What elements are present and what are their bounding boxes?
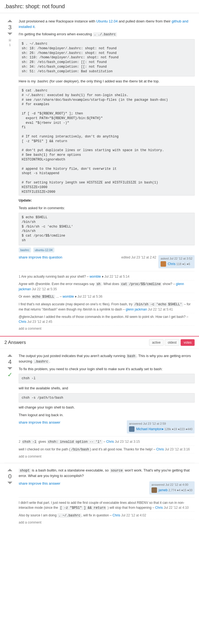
question-vote-count: 3 (8, 24, 12, 30)
answer-1-badges: 128k ●19 ●223 ●440 (164, 427, 192, 431)
question-downvote-button[interactable] (7, 33, 12, 35)
question-upvote-button[interactable] (7, 20, 12, 22)
answer-2-meta: share improve this answer answered Jul 2… (19, 481, 195, 495)
answer-1-user-card: answered Jul 23 '12 at 2:59 Michael Hamp… (127, 420, 195, 433)
answer-2-body: shopt is a bash builtin, not a standalon… (19, 468, 195, 479)
comment-number: 2 (19, 440, 21, 444)
update-label: Update: (19, 198, 195, 203)
answer-2-comments: I didn't write that part. I just need to… (19, 497, 195, 524)
answer-1-code2: chsh -s /path/to/bash (19, 393, 195, 403)
answer-1-avatar (129, 426, 134, 432)
answer-1-row: 4 ✓ The output you just posted indicates… (4, 351, 195, 461)
answer-2-avatar (152, 487, 157, 493)
commenter-chris-a2-2[interactable]: Chris (113, 513, 120, 517)
tests-label: Tests asked for in comments: (19, 205, 195, 211)
answer-2-add-comment[interactable]: add a comment (19, 521, 195, 524)
answer-1-actions: share improve this answer (19, 420, 60, 424)
page-title: .bashrc: shopt: not found (4, 3, 195, 10)
commenter-chris-a2-1[interactable]: Chris (155, 506, 163, 510)
commenter-chris-a1-1[interactable]: Chris (106, 440, 114, 444)
answers-count: 2 Answers (4, 340, 26, 345)
ubuntu-link[interactable]: Ubuntu 12.04 (96, 19, 118, 23)
sort-active[interactable]: active (149, 339, 164, 346)
asker-info: Chris 118 ●1 ●6 (161, 261, 192, 267)
answer-1-share[interactable]: share (19, 420, 28, 424)
answer-2-count: 0 (8, 473, 12, 479)
question-error-output: $ . ~/.bashrc sh: 18: /home/deployer/.ba… (19, 39, 195, 76)
answer-1-upvote[interactable] (7, 354, 12, 357)
answer-1-comment-2: well I checked on root for the path (/bi… (19, 446, 195, 453)
edited-text: edited Jul 23 '12 at 2:42 (121, 255, 156, 259)
answer-1-downvote[interactable] (7, 367, 12, 370)
comment-4: I find that's not always accurate (may d… (19, 301, 195, 313)
question-body: Just provisioned a new Rackspace instanc… (19, 19, 195, 245)
answer-1-improve[interactable]: improve this answer (29, 420, 60, 424)
answer-2-answered-text: answered Jul 22 '12 at 4:00 (152, 483, 192, 486)
question-asker-card: asked Jul 22 '12 at 3:52 Chris 118 ●1 ●6 (158, 255, 195, 268)
answer-2-share[interactable]: share (19, 481, 28, 485)
page-header: .bashrc: shopt: not found (0, 0, 199, 13)
answer-2-row: 0 shopt is a bash builtin, not a standal… (4, 465, 195, 527)
answer-2-content: shopt is a bash builtin, not a standalon… (15, 468, 195, 524)
answer-2-actions: share improve this answer (19, 481, 60, 485)
asker-avatar (161, 261, 166, 267)
question-comments: 1 Are you actually running bash as your … (19, 271, 195, 330)
tag-bashrc[interactable]: bashrc (19, 248, 31, 252)
tag-ubuntu[interactable]: ubuntu-12.04 (33, 248, 54, 252)
asker-name[interactable]: Chris (168, 262, 175, 266)
question-meta: share improve this question edited Jul 2… (19, 255, 195, 268)
answer-1-user-info: Michael Hampton♦ 128k ●19 ●223 ●440 (129, 426, 192, 432)
answer-2-comment-2: Also by source I am doing . ~/.bashrc, w… (19, 512, 195, 519)
bashrc-inline: .bashrc (33, 360, 49, 364)
question-share-link[interactable]: share (19, 255, 28, 259)
question-intro: Just provisioned a new Rackspace instanc… (19, 19, 195, 29)
asked-text: asked Jul 22 '12 at 3:52 (161, 257, 192, 260)
answer-1-comment-1: 2 chsh -l gives chsh: invalid option -- … (19, 438, 195, 446)
asker-badges: 118 ●1 ●6 (176, 262, 190, 266)
question-vote-column: 3 ★ 1 (4, 19, 15, 330)
question-content: Just provisioned a new Rackspace instanc… (15, 19, 195, 330)
answer-2-username[interactable]: jameb (159, 488, 168, 492)
commenter-chris-a1-2[interactable]: Chris (156, 447, 164, 451)
comment-2: Agree with @womble. Even the error messa… (19, 280, 195, 293)
answer-1-body: The output you just posted indicates tha… (19, 353, 195, 418)
question-area: 3 ★ 1 Just provisioned a new Rackspace i… (0, 13, 199, 336)
bash-inline: bash (126, 354, 136, 358)
question-row: 3 ★ 1 Just provisioned a new Rackspace i… (4, 16, 195, 333)
question-favorite-count: 1 (9, 43, 11, 47)
bashrc-scroll-container[interactable]: $ cat .bashrc # ~/.bashrc: executed by b… (19, 86, 195, 196)
answer-2-improve[interactable]: improve this answer (29, 481, 60, 485)
tests-code: $ echo $SHELL /bin/sh $ /bin/sh -c 'echo… (19, 213, 195, 245)
answer-1-add-comment[interactable]: add a comment (19, 455, 195, 458)
answer-2-downvote[interactable] (7, 482, 12, 484)
comment-3: Or even echo $SHELL ... – womble ♦ Jul 2… (19, 293, 195, 301)
answer-2-user-card: answered Jul 22 '12 at 4:00 jameb 2,774 … (149, 481, 195, 495)
answer-2-votes: 0 (4, 468, 15, 524)
answer-2-upvote[interactable] (7, 469, 12, 471)
comment-number: 1 (19, 275, 21, 278)
sort-oldest[interactable]: oldest (165, 339, 180, 346)
sort-votes[interactable]: votes (181, 339, 195, 346)
commenter-womble-1[interactable]: womble (89, 275, 101, 278)
answer-1-username[interactable]: Michael Hampton♦ (136, 427, 164, 431)
commenter-glenn-2[interactable]: glenn jackman (126, 307, 147, 311)
answer-1-votes: 4 ✓ (4, 353, 15, 459)
answer-1-count: 4 (8, 359, 12, 365)
comment-5: @glennJackman I added the results of tho… (19, 313, 195, 326)
answer-1-content: The output you just posted indicates tha… (15, 353, 195, 459)
edited-info: edited Jul 23 '12 at 2:42 (121, 255, 156, 259)
answer-2-user-info: jameb 2,774 ●4 ●15 ●33 (152, 487, 192, 493)
question-meta-right: edited Jul 23 '12 at 2:42 asked Jul 22 '… (121, 255, 195, 268)
answers-header: 2 Answers active oldest votes (0, 336, 199, 349)
question-add-comment[interactable]: add a comment (19, 327, 195, 330)
answer-2: 0 shopt is a bash builtin, not a standal… (0, 463, 199, 529)
answer-1-answered-text: answered Jul 23 '12 at 2:59 (129, 422, 192, 425)
commenter-chris-q[interactable]: Chris (19, 320, 26, 324)
question-improve-link[interactable]: improve this question (29, 255, 62, 259)
question-tags: bashrc ubuntu-12.04 (19, 248, 195, 252)
commenter-womble-2[interactable]: womble (63, 295, 74, 298)
answer-1-accepted: ✓ (7, 371, 12, 378)
question-favorite-button[interactable]: ★ (8, 37, 12, 43)
question-actions: share improve this question (19, 255, 62, 259)
answer-2-comment-1: I didn't write that part. I just need to… (19, 499, 195, 512)
